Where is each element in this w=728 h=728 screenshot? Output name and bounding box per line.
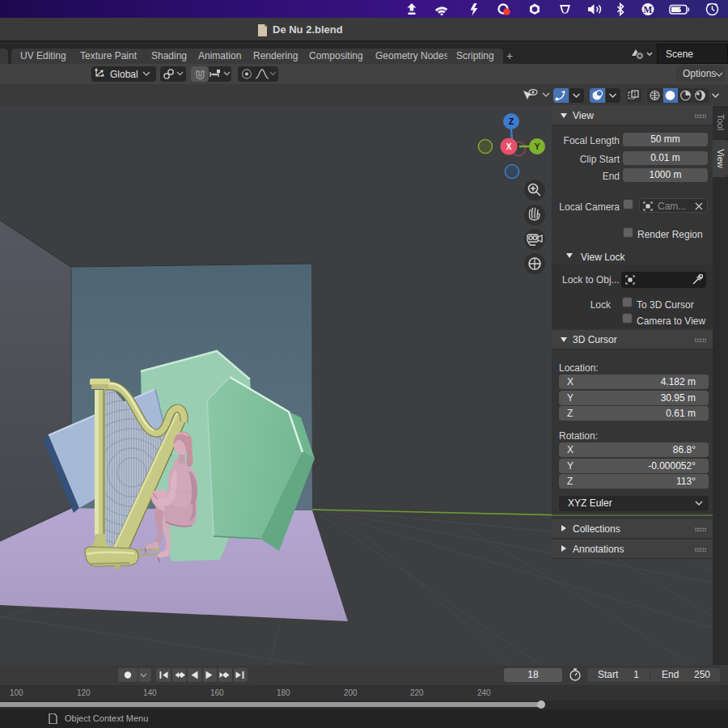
svg-text:M: M <box>644 5 653 15</box>
svg-text:X: X <box>506 142 512 151</box>
svg-text:Z: Z <box>509 117 514 126</box>
svg-text:Y: Y <box>535 142 540 151</box>
